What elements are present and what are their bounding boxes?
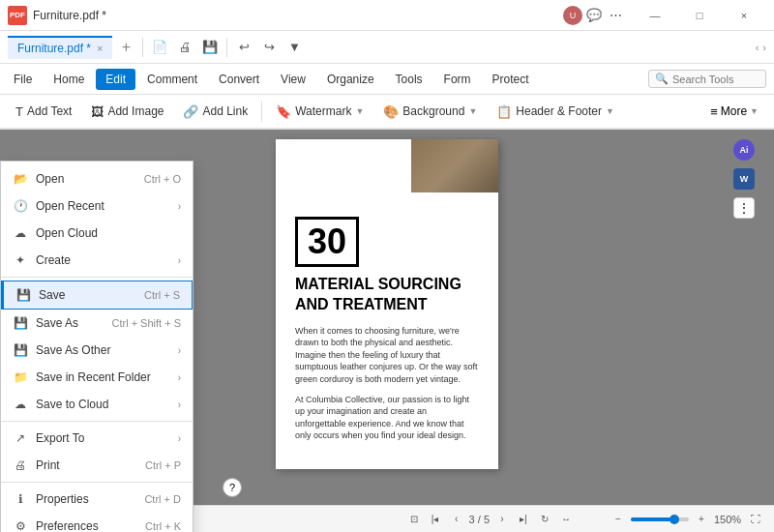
preferences-icon: ⚙: [13, 518, 28, 532]
menu-save-as-item[interactable]: 💾 Save As Ctrl + Shift + S: [1, 310, 193, 337]
scroll-handle[interactable]: ⋮: [733, 197, 755, 219]
customize-icon[interactable]: ▼: [283, 36, 306, 59]
more-icon[interactable]: ⋯: [606, 6, 625, 25]
menu-save-as-other-item[interactable]: 💾 Save As Other ›: [1, 337, 193, 364]
add-text-icon: T: [15, 104, 23, 119]
open-label: Open: [36, 172, 136, 186]
zoom-out-icon[interactable]: −: [610, 511, 627, 528]
menu-export-item[interactable]: ↗ Export To ›: [1, 425, 193, 452]
menu-protect[interactable]: Protect: [483, 69, 539, 90]
add-text-button[interactable]: T Add Text: [8, 101, 79, 123]
properties-shortcut: Ctrl + D: [144, 493, 181, 505]
save-label: Save: [39, 288, 136, 302]
menu-properties-item[interactable]: ℹ Properties Ctrl + D: [1, 486, 193, 513]
zoom-handle[interactable]: [670, 515, 679, 524]
properties-label: Properties: [36, 492, 136, 506]
menu-open-cloud-item[interactable]: ☁ Open Cloud: [1, 220, 193, 247]
save-cloud-icon: ☁: [13, 397, 28, 412]
menu-convert[interactable]: Convert: [209, 69, 269, 90]
main-area: 📂 Open Ctrl + O 🕐 Open Recent › ☁ Open C…: [0, 130, 774, 505]
chat-icon[interactable]: 💬: [584, 6, 604, 25]
save-recent-arrow: ›: [178, 372, 181, 383]
export-arrow: ›: [178, 433, 181, 444]
zoom-percent: 150%: [714, 514, 743, 525]
redo-icon[interactable]: ↪: [257, 36, 281, 59]
menu-open-recent-item[interactable]: 🕐 Open Recent ›: [1, 192, 193, 220]
add-image-label: Add Image: [107, 104, 164, 118]
open-recent-arrow: ›: [178, 201, 181, 212]
add-link-button[interactable]: 🔗 Add Link: [175, 101, 255, 123]
page-image: [411, 139, 498, 192]
menu-home[interactable]: Home: [44, 69, 94, 90]
page-content: 30 MATERIAL SOURCING AND TREATMENT When …: [295, 217, 479, 442]
undo-icon[interactable]: ↩: [232, 36, 255, 59]
search-area: 🔍: [648, 70, 766, 88]
tab-close-icon[interactable]: ×: [97, 43, 103, 54]
menu-view[interactable]: View: [271, 69, 315, 90]
print-icon[interactable]: 🖨: [173, 36, 196, 59]
add-image-button[interactable]: 🖼 Add Image: [83, 101, 171, 123]
zoom-fill: [631, 517, 674, 521]
menu-file[interactable]: File: [4, 69, 42, 90]
rotate-icon[interactable]: ↻: [536, 511, 553, 528]
close-button[interactable]: ×: [722, 0, 766, 31]
more-button[interactable]: ≡ More ▼: [702, 101, 766, 123]
save-recent-icon: 📁: [13, 369, 28, 385]
menu-form[interactable]: Form: [434, 69, 481, 90]
menu-organize[interactable]: Organize: [317, 69, 384, 90]
menu-edit[interactable]: Edit: [96, 69, 135, 90]
save-cloud-label: Save to Cloud: [36, 398, 166, 411]
background-button[interactable]: 🎨 Background ▼: [375, 101, 485, 123]
menu-print-item[interactable]: 🖨 Print Ctrl + P: [1, 452, 193, 479]
nav-back-icon[interactable]: ‹: [756, 42, 759, 53]
nav-arrows: ‹ ›: [756, 42, 766, 53]
save-as-other-arrow: ›: [178, 345, 181, 356]
more-label: More: [721, 104, 747, 118]
nav-forward-icon[interactable]: ›: [762, 42, 766, 53]
ai-button-1[interactable]: Ai: [733, 139, 755, 161]
menu-open-item[interactable]: 📂 Open Ctrl + O: [1, 165, 193, 192]
watermark-button[interactable]: 🔖 Watermark ▼: [268, 101, 372, 123]
export-label: Export To: [36, 431, 166, 445]
menu-create-item[interactable]: ✦ Create ›: [1, 247, 193, 274]
separator-2: [1, 421, 193, 422]
menu-save-cloud-item[interactable]: ☁ Save to Cloud ›: [1, 391, 193, 418]
minimize-button[interactable]: —: [633, 0, 677, 31]
active-tab[interactable]: Furniture.pdf * ×: [8, 36, 112, 59]
file-icon[interactable]: 📄: [148, 36, 171, 59]
save-menu-icon: 💾: [15, 287, 31, 303]
next-page-icon[interactable]: ›: [493, 511, 511, 528]
menu-save-item[interactable]: 💾 Save Ctrl + S: [1, 281, 193, 310]
search-box[interactable]: 🔍: [648, 70, 766, 88]
menu-preferences-item[interactable]: ⚙ Preferences Ctrl + K: [1, 513, 193, 532]
maximize-button[interactable]: □: [677, 0, 722, 31]
last-page-icon[interactable]: ▸|: [515, 511, 532, 528]
watermark-label: Watermark: [295, 104, 351, 118]
menu-comment[interactable]: Comment: [137, 69, 207, 90]
watermark-icon: 🔖: [276, 104, 291, 119]
open-cloud-label: Open Cloud: [36, 226, 181, 240]
open-cloud-icon: ☁: [13, 225, 28, 241]
menu-tools[interactable]: Tools: [386, 69, 432, 90]
file-dropdown-menu: 📂 Open Ctrl + O 🕐 Open Recent › ☁ Open C…: [0, 161, 194, 532]
prev-page-icon[interactable]: ‹: [448, 511, 465, 528]
fullscreen-icon[interactable]: ⛶: [747, 511, 764, 528]
add-link-label: Add Link: [202, 104, 248, 118]
first-page-icon[interactable]: |◂: [427, 511, 444, 528]
help-icon[interactable]: ?: [223, 478, 242, 497]
user-avatar: U: [563, 6, 582, 25]
fit-width-icon[interactable]: ↔: [557, 511, 575, 528]
fit-page-icon[interactable]: ⊡: [405, 511, 423, 528]
zoom-slider[interactable]: [631, 517, 689, 521]
preferences-shortcut: Ctrl + K: [145, 520, 181, 532]
header-footer-button[interactable]: 📋 Header & Footer ▼: [489, 101, 622, 123]
menu-save-recent-item[interactable]: 📁 Save in Recent Folder ›: [1, 364, 193, 391]
zoom-in-icon[interactable]: +: [693, 511, 710, 528]
ai-button-2[interactable]: W: [733, 168, 755, 190]
save-icon[interactable]: 💾: [198, 36, 222, 59]
search-icon: 🔍: [655, 73, 669, 85]
add-tab-button[interactable]: +: [114, 36, 137, 59]
right-tools-panel: Ai W ⋮: [733, 139, 755, 219]
page-navigation: ⊡ |◂ ‹ 3 / 5 › ▸| ↻ ↔: [405, 511, 575, 528]
search-input[interactable]: [672, 74, 759, 85]
